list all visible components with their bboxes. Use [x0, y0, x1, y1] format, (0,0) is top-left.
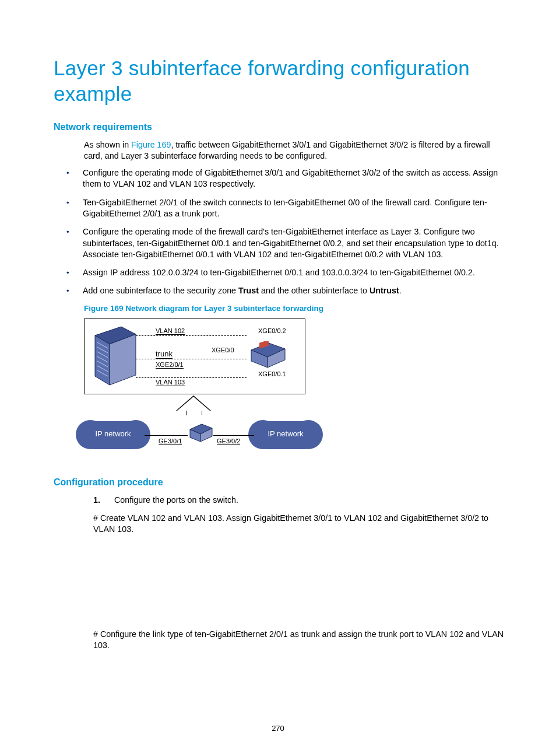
- label-xge001: XGE0/0.1: [258, 370, 286, 377]
- conn-left: [145, 435, 188, 436]
- bullet5-untrust: Untrust: [370, 286, 399, 295]
- label-xge00: XGE0/0: [212, 346, 234, 354]
- switch-device-icon: [89, 324, 142, 388]
- list-item: Ten-GigabitEthernet 2/0/1 of the switch …: [83, 197, 509, 220]
- bullet5-trust: Trust: [238, 286, 259, 295]
- bullet5-c: and the other subinterface to: [259, 286, 370, 295]
- diagram-arrow: [84, 394, 305, 414]
- list-item: Assign IP address 102.0.0.3/24 to ten-Gi…: [83, 267, 509, 278]
- cloud-text: IP network: [80, 429, 146, 438]
- ip-network-cloud-right: IP network: [253, 421, 318, 449]
- page-number: 270: [0, 724, 556, 733]
- label-ge301: GE3/0/1: [159, 438, 182, 445]
- label-vlan102: VLAN 102: [156, 327, 185, 335]
- label-xge002: XGE0/0.2: [258, 327, 286, 334]
- dashed-link-vlan102: [136, 335, 247, 336]
- list-item: Add one subinterface to the security zon…: [83, 285, 509, 296]
- page-title: Layer 3 subinterface forwarding configur…: [54, 55, 509, 107]
- mini-switch-icon: [186, 422, 216, 444]
- figure-caption: Figure 169 Network diagram for Layer 3 s…: [84, 304, 509, 313]
- network-diagram: VLAN 102 XGE0/0.2 trunk XGE0/0 XGE2/0/1 …: [84, 318, 509, 464]
- list-item: Configure the operating mode of the fire…: [83, 226, 509, 260]
- page: Layer 3 subinterface forwarding configur…: [0, 0, 556, 756]
- label-vlan103: VLAN 103: [156, 379, 185, 386]
- dashed-link-trunk: [136, 359, 247, 359]
- procedure-note-1: # Create VLAN 102 and VLAN 103. Assign G…: [54, 513, 509, 536]
- list-item: Configure the operating mode of GigabitE…: [83, 167, 509, 190]
- intro-text-a: As shown in: [84, 140, 131, 149]
- procedure-note-2: # Configure the link type of ten-Gigabit…: [54, 629, 509, 652]
- section-heading-configuration-procedure: Configuration procedure: [54, 477, 509, 488]
- intro-paragraph: As shown in Figure 169, traffic between …: [54, 139, 509, 162]
- step-text: Configure the ports on the switch.: [114, 495, 238, 505]
- conn-right: [213, 435, 254, 436]
- dashed-link-vlan103: [136, 377, 247, 378]
- procedure-step-1: 1. Configure the ports on the switch.: [114, 495, 509, 506]
- firewall-device-icon: [247, 341, 290, 370]
- section-heading-network-requirements: Network requirements: [54, 122, 509, 132]
- cloud-text: IP network: [253, 429, 318, 438]
- blank-space: [54, 541, 509, 629]
- label-trunk: trunk: [156, 349, 173, 359]
- diagram-upper-box: VLAN 102 XGE0/0.2 trunk XGE0/0 XGE2/0/1 …: [84, 318, 305, 394]
- diagram-lower: IP network IP network GE3/0/1 GE3/0/2: [84, 418, 329, 464]
- label-xge201: XGE2/0/1: [156, 361, 184, 369]
- step-number: 1.: [93, 495, 100, 506]
- procedure-list: 1. Configure the ports on the switch.: [54, 495, 509, 506]
- figure-link[interactable]: Figure 169: [131, 140, 171, 149]
- svg-marker-1: [95, 335, 110, 385]
- bullet5-a: Add one subinterface to the security zon…: [83, 286, 238, 295]
- label-ge302: GE3/0/2: [217, 438, 240, 445]
- ip-network-cloud-left: IP network: [80, 421, 146, 449]
- bullet5-e: .: [399, 286, 402, 295]
- requirements-list: Configure the operating mode of GigabitE…: [54, 167, 509, 297]
